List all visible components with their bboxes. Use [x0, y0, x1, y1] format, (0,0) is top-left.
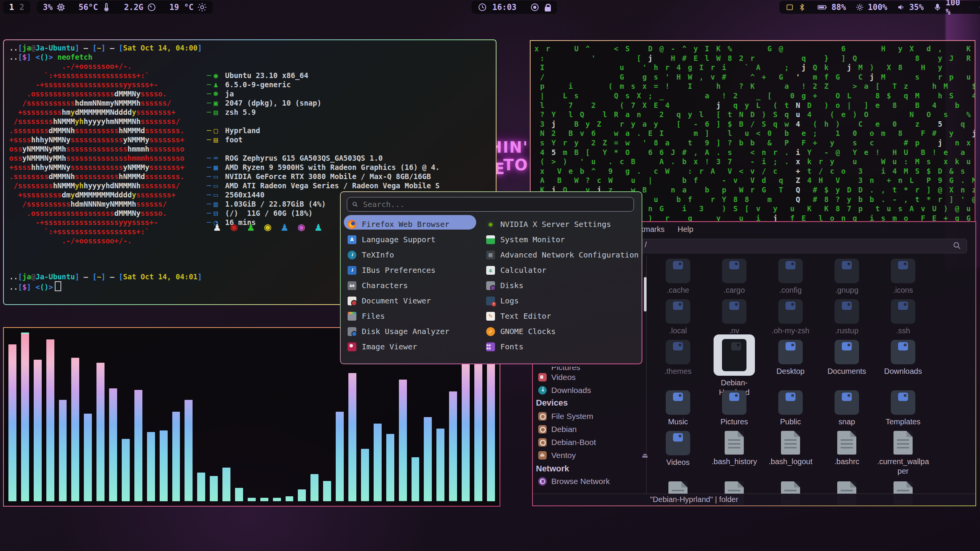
sidebar-header-network: Network	[536, 464, 569, 474]
folder-item-desktop[interactable]: Desktop	[763, 340, 818, 376]
package-icon: ▣	[214, 98, 225, 108]
sidebar-item-downloads[interactable]: Downloads	[538, 386, 591, 395]
folder-item--cache[interactable]: .cache	[650, 259, 706, 295]
cava-bar	[59, 400, 67, 501]
neofetch-ascii-row: .-/+oossssoo+/-.	[9, 236, 185, 245]
app-item-disk-usage-analyzer[interactable]: Disk Usage Analyzer	[348, 324, 449, 339]
texteditor-icon: ✎	[486, 312, 495, 321]
item-label: .cache	[650, 285, 706, 295]
nvidia-icon: ◉	[486, 220, 495, 229]
folder-item--themes[interactable]: .themes	[650, 340, 706, 376]
neofetch-ascii-row: +ssssssssshmydMMMMMMMNddddyssssssss+	[9, 108, 185, 117]
app-label: Language Support	[362, 235, 436, 244]
folder-item--cargo[interactable]: .cargo	[706, 259, 762, 295]
folder-item-snap[interactable]: snap	[819, 390, 875, 427]
folder-item--icons[interactable]: .icons	[875, 259, 931, 295]
cava-bar	[147, 432, 155, 501]
cava-bar	[46, 339, 54, 501]
app-item-disks[interactable]: Disks	[486, 278, 523, 293]
app-item-language-support[interactable]: ALanguage Support	[348, 232, 436, 247]
file-item--current-wallpaper[interactable]: .current_wallpaper	[875, 431, 931, 476]
cava-bar	[399, 380, 407, 501]
folder-item--local[interactable]: .local	[650, 299, 706, 336]
folder-item-downloads[interactable]: Downloads	[875, 340, 931, 376]
tray-module: 88% 100% 35% 100 %	[779, 1, 980, 14]
app-launcher[interactable]: Firefox Web BrowserALanguage SupportiTeX…	[340, 191, 642, 364]
folder-item--config[interactable]: .config	[763, 259, 818, 295]
folder-item-debian-hyprland[interactable]: Debian-Hyprland	[706, 340, 762, 397]
workspace-button-2[interactable]: 2	[20, 3, 24, 12]
terminal-input-line[interactable]: ..[$] <()>	[9, 281, 61, 292]
weather-temp-value: 19 °C	[169, 3, 193, 12]
neofetch-ascii-row: /ssssssssssshdmmNNmmyNMMMMhssssss/	[9, 98, 185, 108]
folder-item-pictures[interactable]: Pictures	[706, 390, 762, 427]
volume-icon[interactable]	[897, 3, 905, 12]
folder-item-music[interactable]: Music	[650, 390, 706, 427]
folder-item-templates[interactable]: Templates	[875, 390, 931, 427]
folder-item--rustup[interactable]: .rustup	[819, 299, 875, 336]
menu-help[interactable]: Help	[678, 225, 693, 234]
brightness-icon[interactable]	[856, 3, 864, 12]
folder-item--gnupg[interactable]: .gnupg	[819, 259, 875, 295]
app-item-texinfo[interactable]: iTeXInfo	[348, 247, 394, 262]
laptop-icon: ⌨	[214, 153, 225, 163]
item-label: .gnupg	[819, 285, 875, 295]
app-item-files[interactable]: Files	[348, 308, 385, 324]
lock-icon[interactable]	[545, 7, 551, 11]
app-item-fonts[interactable]: aa aaFonts	[486, 339, 523, 354]
window-tray-icon[interactable]	[786, 3, 794, 12]
file-item--bash-history[interactable]: .bash_history	[706, 431, 762, 466]
cava-bar	[172, 412, 180, 501]
logs-icon	[486, 297, 495, 305]
search-input[interactable]	[362, 199, 629, 209]
app-item-characters[interactable]: àéCharacters	[348, 278, 408, 293]
record-indicator-icon[interactable]	[530, 3, 539, 12]
folder-item--ssh[interactable]: .ssh	[875, 299, 931, 336]
bluetooth-icon[interactable]	[798, 3, 806, 12]
sidebar-item-debian[interactable]: Debian	[538, 425, 577, 434]
app-label: Fonts	[500, 342, 523, 351]
app-item-gnome-clocks[interactable]: ✓GNOME Clocks	[486, 324, 556, 339]
app-item-document-viewer[interactable]: Document Viewer	[348, 293, 431, 308]
neofetch-ascii-row: +sssshhhyNMMNyssssssssssssyNMMMysssssss+	[9, 135, 185, 144]
item-label: .themes	[650, 367, 706, 376]
app-item-nvidia-x-server-settings[interactable]: ◉NVIDIA X Server Settings	[486, 217, 611, 232]
file-manager-statusbar: "Debian-Hyprland" | folder	[533, 494, 975, 505]
tux-palette-icon: ♟	[214, 220, 220, 233]
microphone-icon[interactable]	[933, 3, 942, 12]
app-item-advanced-network-configuration[interactable]: ▤Advanced Network Configuration	[486, 247, 639, 262]
folder-item-public[interactable]: Public	[763, 390, 818, 427]
sidebar-item-videos[interactable]: Videos	[538, 373, 576, 382]
app-item-image-viewer[interactable]: Image Viewer	[348, 339, 417, 354]
app-item-system-monitor[interactable]: System Monitor	[486, 232, 565, 247]
folder-item--nv[interactable]: .nv	[706, 299, 762, 336]
sidebar-item-ventoy[interactable]: Ventoy⏏	[538, 451, 576, 460]
sidebar-item-debian-boot[interactable]: Debian-Boot	[538, 438, 596, 447]
app-item-text-editor[interactable]: ✎Text Editor	[486, 308, 551, 324]
app-label: GNOME Clocks	[500, 327, 556, 336]
cava-bar	[273, 498, 281, 501]
user-icon: ☻	[214, 89, 225, 98]
file-item--bash-logout[interactable]: .bash_logout	[763, 431, 818, 466]
app-item-calculator[interactable]: ±Calculator	[486, 262, 546, 278]
app-item-ibus-preferences[interactable]: iIBus Preferences	[348, 262, 436, 278]
launcher-search-box[interactable]	[347, 197, 634, 212]
eject-button[interactable]: ⏏	[642, 451, 648, 460]
file-item--bashrc[interactable]: .bashrc	[819, 431, 875, 466]
sidebar-item-file-system[interactable]: File System	[538, 412, 593, 421]
drive-icon	[538, 438, 547, 447]
sidebar-item-browse-network[interactable]: Browse Network	[538, 477, 610, 486]
power-icon[interactable]	[979, 3, 980, 12]
app-item-firefox-web-browser[interactable]: Firefox Web Browser	[348, 217, 449, 232]
app-item-logs[interactable]: Logs	[486, 293, 519, 308]
videos-icon	[538, 373, 547, 381]
search-icon[interactable]	[952, 241, 962, 250]
item-label: .bash_logout	[763, 457, 818, 466]
cava-bar	[235, 488, 243, 501]
folder-item-videos[interactable]: Videos	[650, 431, 706, 467]
clock-icon	[478, 3, 487, 12]
workspace-button-1[interactable]: 1	[9, 3, 14, 12]
folder-item-documents[interactable]: Documents	[819, 340, 875, 376]
folder-item--oh-my-zsh[interactable]: .oh-my-zsh	[763, 299, 818, 336]
sidebar-scrollbar-thumb[interactable]	[644, 277, 647, 311]
